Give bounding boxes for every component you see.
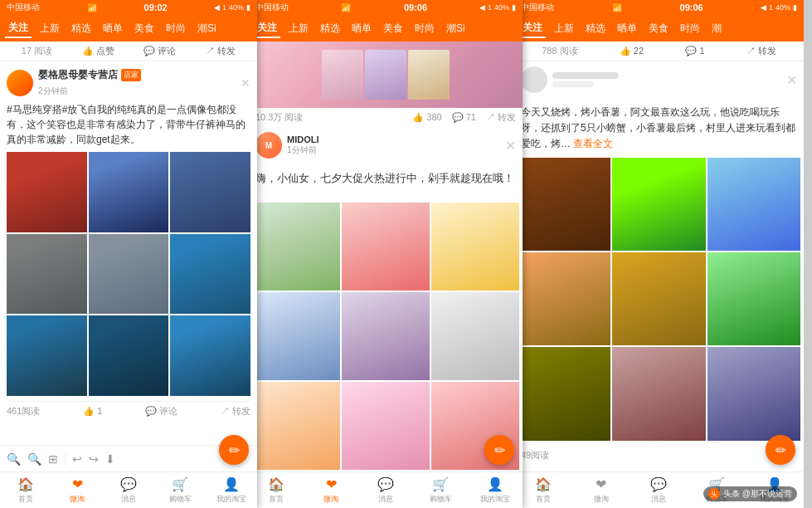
nav-weitao-right[interactable]: ❤ 微淘 [572,472,630,508]
time-mid: 09:06 [404,2,427,12]
nav-msg-mid[interactable]: 💬 消息 [358,472,413,508]
tab-trend-left[interactable]: 潮Si [194,20,220,37]
like-action-top[interactable]: 👍 点赞 [82,45,114,57]
tab-selected-mid[interactable]: 精选 [317,20,343,37]
nav-cart-mid[interactable]: 🛒 购物车 [413,472,468,508]
banner-like-mid[interactable]: 👍 380 [412,112,441,123]
tab-new-right[interactable]: 上新 [551,20,577,37]
nav-my-mid[interactable]: 👤 我的淘宝 [468,472,523,508]
post-header-left: 婴格恩母婴专营店 店家 2分钟前 ✕ [7,68,250,97]
tab-selected-left[interactable]: 精选 [68,20,95,37]
right-image-9 [707,347,800,440]
mid-image-3 [431,203,519,291]
comment-action-top[interactable]: 💬 评论 [143,45,176,57]
tab-food-right[interactable]: 美食 [645,20,672,37]
post-comment-left[interactable]: 💬 评论 [145,405,177,418]
my-icon-mid: 👤 [487,476,503,492]
battery-icon-right: ▮ [793,3,797,12]
tab-fashion-right[interactable]: 时尚 [677,20,703,37]
banner-comment-mid[interactable]: 💬 71 [452,112,476,123]
battery-left: 40% [229,3,244,12]
grid-icon-left[interactable]: ⊞ [48,452,58,466]
undo-icon-left[interactable]: ↩ [72,452,82,466]
share-top-right[interactable]: ↗ 转发 [746,45,776,57]
weitao-icon-right: ❤ [596,476,606,492]
cart-icon-left: 🛒 [172,476,188,492]
image-grid-left [7,152,250,396]
divider-left [65,452,66,466]
fab-right[interactable]: ✏ [766,435,795,465]
nav-home-right[interactable]: 🏠 首页 [514,472,572,508]
banner-read-mid: 10.3万 阅读 [255,111,303,124]
user-row-right: ✕ [514,61,804,98]
post-like-left[interactable]: 👍 1 [83,406,102,417]
tab-new-mid[interactable]: 上新 [285,20,312,37]
status-bar-mid: 中国移动 📶 09:06 ◀ 1 40% ▮ [249,0,523,15]
fab-mid[interactable]: ✏ [484,435,514,465]
comment-top-right[interactable]: 💬 1 [685,46,704,56]
mid-image-4 [252,292,340,380]
tab-selected-right[interactable]: 精选 [582,20,609,37]
post-image-1 [7,152,87,232]
status-icons-right: ◀ 1 40% ▮ [761,3,797,12]
nav-my-left[interactable]: 👤 我的淘宝 [206,472,257,508]
banner-share-mid[interactable]: ↗ 转发 [486,111,516,124]
nav-home-left[interactable]: 🏠 首页 [0,472,51,508]
nav-msg-right[interactable]: 💬 消息 [630,472,688,508]
tab-food-mid[interactable]: 美食 [380,20,406,37]
close-icon-mid[interactable]: ✕ [505,138,516,154]
msg-icon-right: 💬 [650,476,667,492]
tab-food-left[interactable]: 美食 [131,20,158,37]
nav-cart-left[interactable]: 🛒 购物车 [154,472,206,508]
share-action-top[interactable]: ↗ 转发 [206,45,236,57]
nav-bar-mid: 关注 上新 精选 晒单 美食 时尚 潮Si [249,15,523,42]
nav-msg-label-right: 消息 [651,494,666,505]
tab-show-right[interactable]: 晒单 [614,20,640,37]
post-image-2 [89,152,169,232]
mid-image-6 [431,292,519,380]
like-top-right[interactable]: 👍 22 [620,46,644,56]
right-image-8 [612,347,705,440]
post-image-9 [170,315,250,396]
post-share-left[interactable]: ↗ 转发 [221,405,250,418]
tab-fashion-mid[interactable]: 时尚 [411,20,438,37]
promo-text-mid: 嗨，小仙女，七夕大促火热进行中，剁手就趁现在哦！ [255,170,516,188]
download-icon-left[interactable]: ⬇ [105,452,115,466]
nav-weitao-left[interactable]: ❤ 微淘 [51,472,103,508]
post-text-right: 今天又烧烤，烤小香薯，阿文最喜欢这么玩，他说吃喝玩乐呀，还抓到了5只小螃蟹，小香… [514,100,804,158]
main-container: 中国移动 📶 09:02 ◀ 1 40% ▮ 关注 上新 精选 晒单 美食 时尚… [0,0,812,508]
tab-trend-mid[interactable]: 潮Si [443,20,469,37]
nav-msg-left[interactable]: 💬 消息 [103,472,154,508]
tab-follow-mid[interactable]: 关注 [254,19,280,38]
wifi-icon-left: 📶 [87,3,97,12]
signal-left: ◀ 1 [214,3,226,12]
close-icon-left[interactable]: ✕ [241,76,250,90]
close-icon-right[interactable]: ✕ [786,72,797,88]
user-info-mid: M MIDOLI 1分钟前 [255,132,319,159]
tab-trend-right[interactable]: 潮 [708,20,725,37]
home-icon-left: 🏠 [17,476,34,492]
magnify-icon-left[interactable]: 🔍 [27,452,41,466]
nav-weitao-mid[interactable]: ❤ 微淘 [304,472,358,508]
carrier-right: 中国移动 [521,2,554,13]
tab-new-left[interactable]: 上新 [36,20,63,37]
tab-fashion-left[interactable]: 时尚 [163,20,189,37]
bottom-nav-mid: 🏠 首页 ❤ 微淘 💬 消息 🛒 购物车 👤 我的淘宝 [249,471,523,508]
battery-right: 40% [776,3,790,12]
view-full-link[interactable]: 查看全文 [573,138,613,149]
wifi-icon-right: 📶 [612,3,622,12]
redo-icon-left[interactable]: ↪ [89,452,99,466]
right-image-6 [707,252,800,345]
status-icons-mid: ◀ 1 40% ▮ [479,3,516,12]
post-image-8 [89,315,169,396]
tab-show-left[interactable]: 晒单 [100,20,126,37]
tab-follow-right[interactable]: 关注 [519,19,546,38]
search-icon-left[interactable]: 🔍 [7,452,21,466]
tab-show-mid[interactable]: 晒单 [348,20,375,37]
carrier-left: 中国移动 [7,2,40,13]
fab-left[interactable]: ✏ [219,435,249,465]
tab-follow-left[interactable]: 关注 [5,19,32,38]
nav-my-label-mid: 我的淘宝 [480,494,510,505]
nav-weitao-label-left: 微淘 [70,494,85,505]
store-badge-left: 店家 [121,69,141,81]
